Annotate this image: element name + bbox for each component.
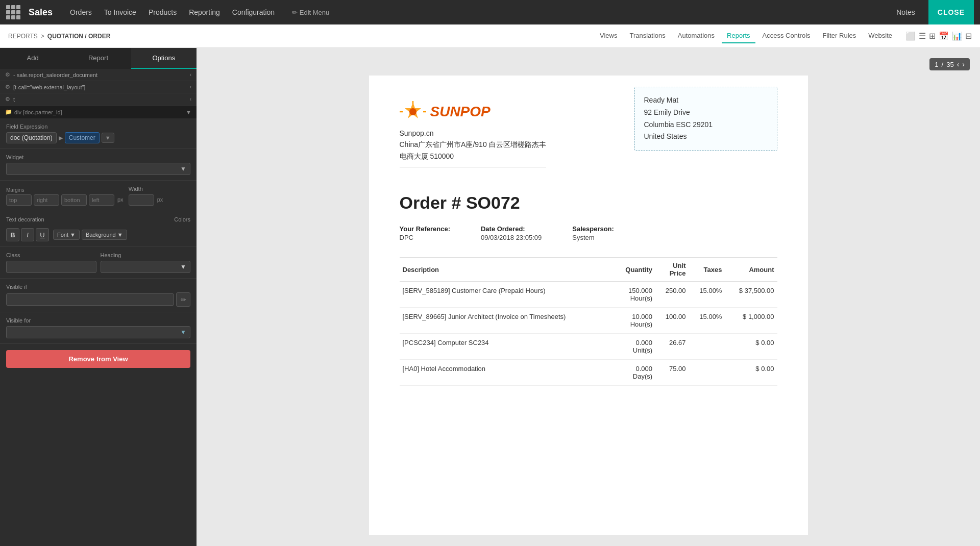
pencil-btn[interactable]: ✏ [176, 292, 190, 307]
tab-automations[interactable]: Automations [673, 29, 720, 43]
visible-for-section: Visible for ▼ [0, 312, 197, 344]
form-icon[interactable]: ⬜ [905, 31, 916, 41]
collapse-icon-2[interactable]: ‹ [190, 96, 191, 102]
nav-to-invoice[interactable]: To Invoice [99, 5, 141, 19]
tab-access-controls[interactable]: Access Controls [757, 29, 816, 43]
app-grid-icon[interactable] [6, 5, 20, 19]
heading-chevron: ▼ [180, 263, 186, 270]
tree-item-1[interactable]: ⚙ [t-call="web.external_layout"] ‹ [0, 81, 197, 93]
gear-icon-1: ⚙ [5, 84, 10, 90]
margin-top[interactable] [6, 194, 32, 206]
heading-select[interactable]: ▼ [101, 261, 191, 273]
page-sep: / [942, 61, 944, 68]
notes-button[interactable]: Notes [891, 5, 920, 19]
cell-description: [SERV_585189] Customer Care (Prepaid Hou… [400, 282, 614, 308]
font-color-dropdown[interactable]: Font ▼ [53, 230, 80, 240]
tab-website[interactable]: Website [863, 29, 897, 43]
margins-label: Margins [6, 187, 125, 193]
widget-select[interactable]: ▼ [6, 163, 190, 175]
breadcrumb-root[interactable]: REPORTS [8, 33, 38, 40]
widget-section: Widget ▼ [0, 149, 197, 181]
cell-unit-price: 26.67 [655, 334, 689, 360]
col-amount: Amount [725, 258, 777, 282]
nav-reporting[interactable]: Reporting [184, 5, 225, 19]
margin-right[interactable] [34, 194, 59, 206]
svg-point-1 [409, 108, 416, 115]
doc-header: SUNPOP Sunpop.cn China广东省广州市A座/910 白云区增槎… [400, 101, 777, 172]
page-counter: 1 / 35 ‹ › [929, 58, 970, 70]
div-collapse[interactable]: ▼ [186, 109, 191, 115]
class-input[interactable] [6, 261, 96, 273]
brand-title[interactable]: Sales [29, 7, 53, 18]
div-label: div [doc.partner_id] [14, 109, 62, 115]
close-button[interactable]: CLOSE [928, 0, 974, 24]
tab-options[interactable]: Options [131, 48, 197, 69]
class-label: Class [6, 252, 96, 258]
cell-amount: $ 0.00 [725, 360, 777, 386]
visible-for-select[interactable]: ▼ [6, 326, 190, 338]
italic-btn[interactable]: I [21, 228, 34, 241]
width-unit: px [156, 194, 164, 206]
collapse-icon-1[interactable]: ‹ [190, 84, 191, 90]
left-panel: Add Report Options ⚙ - sale.report_saleo… [0, 48, 197, 546]
logo-icon [400, 101, 426, 122]
edit-menu-btn[interactable]: ✏ Edit Menu [292, 9, 329, 16]
visible-if-label: Visible if [6, 284, 190, 290]
width-input[interactable] [129, 194, 154, 206]
heading-group: Heading ▼ [101, 252, 191, 273]
remove-from-view-btn[interactable]: Remove from View [6, 350, 190, 368]
chart-icon[interactable]: 📊 [952, 31, 962, 41]
list-icon[interactable]: ☰ [919, 31, 926, 41]
tab-add[interactable]: Add [0, 48, 65, 69]
company-name-logo: SUNPOP [430, 104, 491, 120]
class-group: Class [6, 252, 96, 273]
page-prev-btn[interactable]: ‹ [957, 60, 960, 68]
field-expr-part2[interactable]: Customer [65, 132, 100, 143]
tree-item-0[interactable]: ⚙ - sale.report_saleorder_document ‹ [0, 69, 197, 81]
order-title: Order # SO072 [400, 193, 777, 213]
div-folder-icon: 📁 [5, 109, 12, 115]
right-content: 1 / 35 ‹ › SUNPOP [197, 48, 980, 546]
company-address-line1: China广东省广州市A座/910 白云区增槎路杰丰 [400, 139, 546, 150]
tab-report[interactable]: Report [65, 48, 131, 69]
nav-products[interactable]: Products [143, 5, 182, 19]
col-unit-price: UnitPrice [655, 258, 689, 282]
collapse-icon-0[interactable]: ‹ [190, 72, 191, 78]
pivot-icon[interactable]: ⊟ [965, 31, 972, 41]
field-expr-part1[interactable]: doc (Quotation) [6, 132, 57, 143]
margin-left[interactable] [89, 194, 114, 206]
col-quantity: Quantity [614, 258, 655, 282]
page-next-btn[interactable]: › [962, 60, 965, 68]
breadcrumb-sep: > [41, 33, 44, 40]
kanban-icon[interactable]: ⊞ [929, 31, 936, 41]
tab-views[interactable]: Views [595, 29, 622, 43]
tree-item-2[interactable]: ⚙ t ‹ [0, 93, 197, 106]
cell-quantity: 0.000Day(s) [614, 360, 655, 386]
table-row: [PCSC234] Computer SC234 0.000Unit(s) 26… [400, 334, 777, 360]
recipient-box: Ready Mat 92 Emily Drive Columbia ESC 29… [634, 87, 777, 151]
company-address-line2: 电商大厦 510000 [400, 151, 546, 162]
nav-orders[interactable]: Orders [65, 5, 97, 19]
calendar-icon[interactable]: 📅 [939, 31, 949, 41]
visible-if-input[interactable] [6, 293, 174, 306]
top-nav-items: Orders To Invoice Products Reporting Con… [65, 5, 280, 19]
field-dropdown-btn[interactable]: ▼ [102, 133, 114, 143]
background-color-dropdown[interactable]: Background ▼ [82, 230, 127, 240]
bold-btn[interactable]: B [6, 228, 19, 241]
cell-taxes [689, 334, 725, 360]
meta-salesperson: Salesperson: System [572, 225, 614, 242]
tab-filter-rules[interactable]: Filter Rules [818, 29, 862, 43]
table-row: [SERV_585189] Customer Care (Prepaid Hou… [400, 282, 777, 308]
margin-bottom[interactable] [61, 194, 87, 206]
field-expression-label: Field Expression [6, 123, 190, 130]
breadcrumb: REPORTS > QUOTATION / ORDER [8, 33, 595, 40]
meta-reference: Your Reference: DPC [400, 225, 450, 242]
tab-translations[interactable]: Translations [624, 29, 670, 43]
font-label: Font [57, 232, 68, 238]
underline-btn[interactable]: U [36, 228, 49, 241]
background-chevron: ▼ [117, 232, 123, 238]
tab-reports[interactable]: Reports [722, 29, 755, 43]
second-nav-right: Views Translations Automations Reports A… [595, 29, 972, 43]
recipient-country: United States [644, 131, 768, 143]
nav-configuration[interactable]: Configuration [227, 5, 280, 19]
